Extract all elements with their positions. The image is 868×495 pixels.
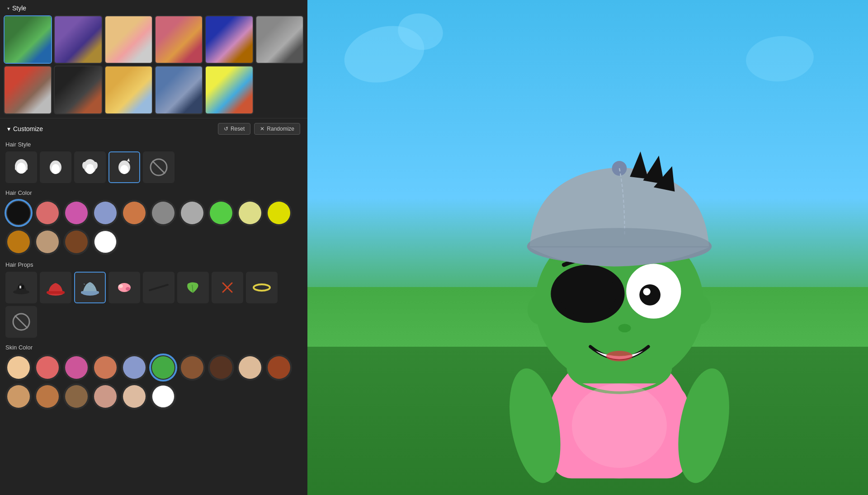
reset-icon: ↺: [224, 126, 228, 132]
svg-point-11: [120, 165, 128, 174]
skin-color-7[interactable]: [179, 354, 205, 381]
style-thumb-9[interactable]: [104, 66, 153, 114]
hair-color-grid: [5, 200, 302, 255]
skin-color-1[interactable]: [5, 354, 32, 381]
style-thumb-2[interactable]: [54, 15, 102, 64]
customize-title: ▾ Customize: [7, 125, 43, 132]
customize-chevron-icon: ▾: [7, 125, 10, 132]
skin-color-8[interactable]: [208, 354, 234, 381]
svg-point-49: [606, 351, 632, 361]
prop-pirate-hat[interactable]: [5, 272, 37, 303]
prop-halo[interactable]: [246, 272, 278, 303]
hair-props-section: Hair Props: [0, 259, 307, 341]
pirate-hat-icon: [12, 281, 30, 294]
svg-point-30: [254, 284, 270, 291]
prop-stick[interactable]: [143, 272, 175, 303]
skin-color-16[interactable]: [150, 383, 176, 410]
hair-color-section: Hair Color: [0, 187, 307, 259]
hair-style-3[interactable]: [74, 151, 106, 183]
hair-color-9[interactable]: [237, 200, 263, 226]
skin-color-12[interactable]: [34, 383, 61, 410]
skin-color-14[interactable]: [92, 383, 118, 410]
skin-color-label: Skin Color: [5, 344, 302, 351]
hair-color-7[interactable]: [179, 200, 205, 226]
red-cap-icon: [46, 279, 66, 296]
style-thumb-8[interactable]: [54, 66, 102, 114]
randomize-icon: ✕: [260, 126, 264, 132]
hair-color-5[interactable]: [121, 200, 147, 226]
randomize-button[interactable]: ✕ Randomize: [254, 123, 300, 135]
right-panel: [307, 0, 868, 495]
skin-color-5[interactable]: [121, 354, 147, 381]
hair-color-10[interactable]: [266, 200, 292, 226]
svg-point-43: [559, 271, 617, 316]
style-chevron-icon: ▾: [7, 6, 9, 11]
hair-color-6[interactable]: [150, 200, 176, 226]
hair-style-2-icon: [46, 157, 66, 177]
stick-icon: [149, 283, 169, 292]
svg-point-46: [639, 284, 660, 306]
style-thumb-7[interactable]: [4, 66, 52, 114]
skin-color-9[interactable]: [237, 354, 263, 381]
skin-color-11[interactable]: [5, 383, 32, 410]
svg-rect-19: [47, 291, 65, 294]
hair-style-label: Hair Style: [5, 141, 302, 148]
hair-style-1-icon: [11, 157, 31, 177]
style-thumb-3[interactable]: [104, 15, 153, 64]
style-thumb-5[interactable]: [205, 15, 253, 64]
svg-point-8: [82, 162, 87, 169]
svg-point-40: [688, 295, 711, 324]
svg-marker-12: [127, 158, 130, 162]
style-section-label: Style: [12, 5, 26, 12]
prop-blue-cap[interactable]: [74, 272, 106, 303]
prop-leaf[interactable]: [177, 272, 209, 303]
prop-red-pins[interactable]: [212, 272, 243, 303]
reset-button[interactable]: ↺ Reset: [218, 123, 250, 135]
svg-rect-3: [26, 165, 28, 170]
halo-icon: [252, 282, 272, 293]
skin-color-4[interactable]: [92, 354, 118, 381]
no-prop-icon: [11, 312, 31, 332]
style-thumb-4[interactable]: [155, 15, 203, 64]
skin-color-6[interactable]: [150, 354, 176, 381]
hair-style-grid: [5, 151, 302, 183]
hair-style-2[interactable]: [40, 151, 71, 183]
svg-line-26: [150, 285, 168, 290]
svg-rect-17: [19, 286, 21, 288]
style-thumb-6[interactable]: [255, 15, 304, 64]
hair-color-12[interactable]: [34, 229, 61, 255]
prop-candy[interactable]: [108, 272, 140, 303]
hair-color-8[interactable]: [208, 200, 234, 226]
customize-section-header: ▾ Customize ↺ Reset ✕ Randomize: [0, 118, 307, 138]
skin-color-15[interactable]: [121, 383, 147, 410]
skin-color-3[interactable]: [63, 354, 90, 381]
svg-point-25: [126, 287, 130, 291]
hair-style-4-icon: [114, 157, 134, 177]
prop-red-cap[interactable]: [40, 272, 71, 303]
hair-color-1[interactable]: [5, 200, 32, 226]
style-thumb-1[interactable]: [4, 15, 52, 64]
prop-none[interactable]: [5, 306, 37, 338]
style-thumb-10[interactable]: [155, 66, 203, 114]
skin-color-13[interactable]: [63, 383, 90, 410]
hair-color-14[interactable]: [92, 229, 118, 255]
customize-actions: ↺ Reset ✕ Randomize: [218, 123, 300, 135]
svg-point-1: [17, 163, 26, 174]
skin-color-10[interactable]: [266, 354, 292, 381]
hair-style-4[interactable]: [108, 151, 140, 183]
style-thumb-11[interactable]: [205, 66, 253, 114]
svg-point-39: [528, 295, 551, 324]
svg-line-14: [152, 161, 165, 174]
hair-color-4[interactable]: [92, 200, 118, 226]
skin-color-2[interactable]: [34, 354, 61, 381]
svg-rect-2: [15, 165, 17, 170]
hair-style-none[interactable]: [143, 151, 175, 183]
hair-color-11[interactable]: [5, 229, 32, 255]
hair-style-1[interactable]: [5, 151, 37, 183]
hair-color-3[interactable]: [63, 200, 90, 226]
hair-color-2[interactable]: [34, 200, 61, 226]
hair-color-13[interactable]: [63, 229, 90, 255]
svg-point-7: [85, 164, 94, 174]
hair-color-label: Hair Color: [5, 189, 302, 196]
svg-point-24: [118, 284, 123, 288]
